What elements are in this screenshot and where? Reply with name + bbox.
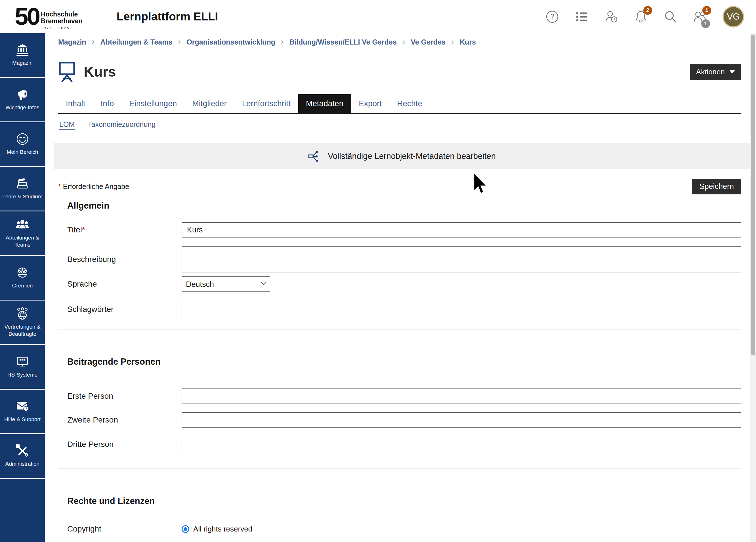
sidebar-item-magazin[interactable]: Magazin	[0, 33, 45, 78]
breadcrumb-separator: ›	[402, 37, 405, 46]
sidebar-item-vertretungen-beauftragte[interactable]: Vertretungen & Beauftragte	[0, 301, 45, 345]
erste-person-input[interactable]	[182, 388, 741, 404]
monitor-icon: ***	[16, 355, 29, 368]
help-icon[interactable]: ?	[545, 10, 559, 24]
svg-text:***: ***	[19, 358, 25, 364]
user-awaiting-icon[interactable]: !	[604, 10, 618, 24]
sidebar-item-hs-systeme[interactable]: *** HS-Systeme	[0, 345, 45, 390]
copyright-radio-option[interactable]: All rights reserved	[182, 525, 741, 533]
breadcrumb-item[interactable]: Abteilungen & Teams	[100, 38, 173, 46]
logo-50: 50	[15, 5, 39, 28]
required-note: * Erforderliche Angabe	[58, 182, 129, 191]
bank-icon	[16, 43, 29, 56]
breadcrumb-item[interactable]: Ve Gerdes	[411, 38, 446, 46]
section-heading-rechte: Rechte und Lizenzen	[58, 496, 741, 506]
search-icon[interactable]	[663, 10, 677, 24]
dritte-person-input[interactable]	[182, 437, 741, 452]
logo-line2: Bremerhaven	[41, 18, 83, 25]
sidebar-item-gremien[interactable]: Gremien	[0, 256, 45, 301]
sidebar-item-wichtige-infos[interactable]: Wichtige Infos	[0, 78, 45, 122]
tab-info[interactable]: Info	[93, 94, 122, 113]
zweite-person-input[interactable]	[182, 412, 741, 428]
bell-icon[interactable]: 2	[634, 10, 648, 24]
radio-selected-icon[interactable]	[182, 525, 189, 533]
titel-input[interactable]	[182, 222, 741, 238]
main-area: Magazin › Abteilungen & Teams › Organisa…	[45, 33, 750, 542]
subtab-lom[interactable]: LOM	[59, 120, 75, 130]
sidebar-item-label: Hilfe & Support	[4, 416, 41, 423]
course-board-icon	[58, 61, 76, 82]
tab-einstellungen[interactable]: Einstellungen	[121, 94, 184, 113]
megaphone-icon	[16, 88, 29, 101]
subtab-taxonomiezuordnung[interactable]: Taxonomiezuordnung	[88, 120, 156, 130]
copyright-label: Copyright	[58, 524, 182, 533]
dritte-person-label: Dritte Person	[58, 440, 182, 449]
sidebar-item-label: Administration	[5, 461, 39, 468]
logo-line1: Hochschule	[41, 11, 83, 18]
notification-badge: 2	[643, 6, 652, 15]
sidebar-item-administration[interactable]: Administration	[0, 434, 45, 479]
tab-export[interactable]: Export	[351, 94, 389, 113]
header-actions: ? !	[545, 6, 744, 28]
zweite-person-label: Zweite Person	[58, 415, 182, 425]
breadcrumb: Magazin › Abteilungen & Teams › Organisa…	[45, 33, 750, 51]
people-group-icon	[16, 218, 29, 231]
sprache-select[interactable]: Deutsch	[182, 276, 270, 292]
tab-lernfortschritt[interactable]: Lernfortschritt	[234, 94, 298, 113]
mail-question-icon: ?	[16, 400, 29, 413]
tab-inhalt[interactable]: Inhalt	[58, 94, 93, 113]
users-badge-top: 1	[702, 6, 711, 15]
breadcrumb-separator: ›	[92, 37, 95, 46]
caret-down-icon	[729, 70, 735, 73]
actions-button[interactable]: Aktionen	[690, 64, 741, 80]
vertical-scrollbar[interactable]	[750, 33, 756, 542]
schlagwoerter-input[interactable]	[182, 300, 741, 319]
sidebar-item-label: Vertretungen & Beauftragte	[2, 323, 43, 337]
schlagwoerter-label: Schlagwörter	[58, 305, 182, 314]
section-heading-beitragende: Beitragende Personen	[58, 357, 741, 367]
sidebar-item-label: Lehre & Studium	[2, 193, 43, 200]
avatar[interactable]: VG	[723, 6, 744, 28]
tools-icon	[16, 444, 29, 457]
users-badge-bottom: 1	[701, 19, 710, 28]
sidebar-item-lehre-studium[interactable]: Lehre & Studium	[0, 167, 45, 211]
sidebar-item-label: Mein Bereich	[7, 149, 38, 156]
svg-text:?: ?	[25, 407, 27, 411]
hochschule-bremerhaven-logo[interactable]: 50 Hochschule Bremerhaven 1975 - 2025	[15, 3, 83, 30]
breadcrumb-separator: ›	[178, 37, 181, 46]
sidebar-item-label: Gremien	[12, 282, 33, 289]
tab-rechte[interactable]: Rechte	[389, 94, 430, 113]
breadcrumb-item[interactable]: Organisationsentwicklung	[186, 38, 275, 46]
users-icon[interactable]: 1 1	[693, 10, 707, 24]
tab-metadaten[interactable]: Metadaten	[298, 94, 351, 113]
sidebar-item-label: Wichtige Infos	[5, 104, 39, 111]
sprache-select-wrap: Deutsch	[182, 276, 270, 292]
titel-label: Titel*	[58, 225, 182, 234]
sidebar-item-label: HS-Systeme	[7, 371, 38, 379]
banner-label: Vollständige Lernobjekt-Metadaten bearbe…	[328, 152, 496, 161]
sprache-label: Sprache	[58, 280, 182, 289]
logo-years: 1975 - 2025	[41, 26, 83, 30]
titel-required-asterisk: *	[82, 225, 85, 234]
sidebar-item-hilfe-support[interactable]: ? Hilfe & Support	[0, 390, 45, 434]
sidebar-item-abteilungen-teams[interactable]: Abteilungen & Teams	[0, 211, 45, 256]
erste-person-label: Erste Person	[58, 392, 182, 401]
breadcrumb-separator: ›	[451, 37, 454, 46]
tab-mitglieder[interactable]: Mitglieder	[184, 94, 234, 113]
breadcrumb-item[interactable]: Kurs	[460, 38, 476, 46]
svg-text:!: !	[614, 17, 615, 22]
beschreibung-textarea[interactable]	[182, 246, 741, 272]
breadcrumb-item[interactable]: Magazin	[58, 38, 86, 46]
sidebar-item-mein-bereich[interactable]: Mein Bereich	[0, 122, 45, 167]
committee-icon	[16, 266, 29, 279]
breadcrumb-item[interactable]: Bildung/Wissen/ELLI Ve Gerdes	[289, 38, 397, 46]
tab-bar: Inhalt Info Einstellungen Mitglieder Ler…	[58, 94, 741, 114]
copyright-option-label: All rights reserved	[193, 525, 252, 533]
edit-full-metadata-banner[interactable]: Vollständige Lernobjekt-Metadaten bearbe…	[54, 143, 750, 169]
scrollbar-thumb[interactable]	[751, 35, 755, 355]
list-icon[interactable]	[575, 10, 589, 24]
breadcrumb-separator: ›	[281, 37, 284, 46]
sidebar-item-label: Abteilungen & Teams	[2, 234, 43, 248]
metadata-nodes-icon	[308, 150, 321, 163]
save-button[interactable]: Speichern	[692, 179, 741, 194]
